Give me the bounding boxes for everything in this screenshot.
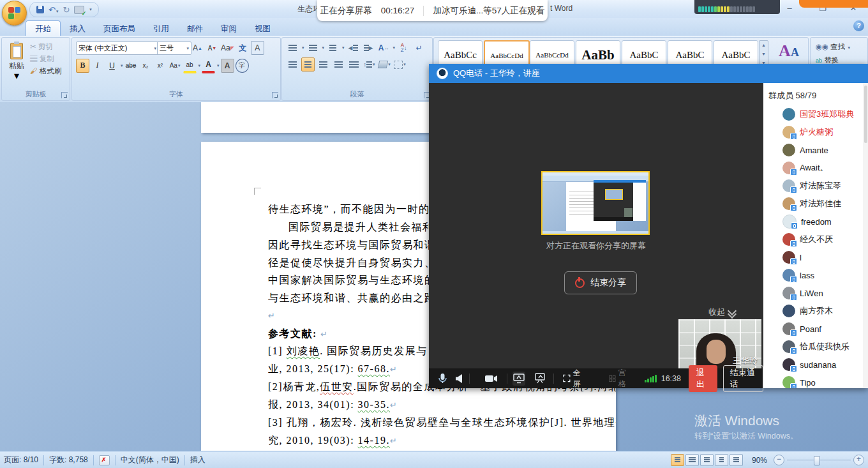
pinyin-guide-button[interactable]: 文	[236, 41, 250, 55]
zoom-slider-thumb[interactable]	[814, 456, 820, 465]
view-print-layout-button[interactable]	[671, 454, 684, 466]
dialog-launcher-icon[interactable]	[61, 92, 68, 98]
customize-qat-icon[interactable]: ▾	[89, 7, 92, 12]
superscript-button[interactable]: x²	[154, 59, 167, 73]
member-row[interactable]: freedom	[763, 213, 868, 230]
distribute-button[interactable]	[347, 57, 361, 72]
floating-tab-corner[interactable]	[799, 0, 868, 8]
speaker-icon[interactable]	[455, 374, 464, 384]
member-row[interactable]: l	[763, 248, 868, 266]
member-row[interactable]: Poanf	[763, 320, 868, 338]
underline-button[interactable]: U	[105, 59, 119, 73]
member-row[interactable]: 对法郑佳佳	[763, 195, 868, 213]
borders-button[interactable]: ▾	[393, 57, 407, 72]
line-spacing-button[interactable]: ↕▾	[363, 57, 376, 72]
tab-page-layout[interactable]: 页面布局	[94, 21, 144, 36]
screen-share-status-bar[interactable]: 正在分享屏幕 00:16:27 加冰可乐迪...等57人正在观看	[317, 0, 548, 21]
member-row[interactable]: LiWen	[763, 284, 868, 302]
member-row[interactable]: 对法陈宝琴	[763, 177, 868, 195]
view-draft-button[interactable]	[730, 454, 743, 466]
member-row[interactable]: 南方乔木	[763, 302, 868, 320]
microphone-icon[interactable]	[438, 373, 447, 384]
bold-button[interactable]: B	[76, 59, 89, 73]
video-thumbnail[interactable]: 王华玲	[678, 319, 761, 368]
member-row[interactable]: 恰瓜使我快乐	[763, 338, 868, 356]
format-painter-button[interactable]: 🖌︎ 格式刷	[30, 66, 61, 76]
zoom-out-button[interactable]: −	[774, 455, 784, 465]
camera-icon[interactable]	[485, 374, 498, 383]
numbering-button[interactable]	[306, 41, 320, 55]
input-level-widget[interactable]	[694, 0, 780, 14]
sort-button[interactable]: AZ↓	[397, 41, 410, 55]
fullscreen-button[interactable]: 全屏	[563, 368, 585, 389]
language-indicator[interactable]: 中文(简体，中国)	[121, 455, 179, 465]
bullets-button[interactable]	[286, 41, 299, 55]
font-size-select[interactable]: 三号▾	[157, 42, 191, 55]
tab-home[interactable]: 开始	[26, 20, 61, 36]
office-button[interactable]	[2, 1, 27, 26]
exit-button[interactable]: 退出	[689, 365, 717, 392]
font-color-button[interactable]: A	[202, 57, 215, 73]
align-left-button[interactable]	[286, 57, 299, 72]
subscript-button[interactable]: x₂	[139, 59, 153, 73]
collapse-button[interactable]: 收起	[708, 306, 735, 318]
end-call-button[interactable]: 结束通话	[723, 365, 763, 392]
member-row[interactable]: Tipo	[763, 374, 868, 388]
italic-button[interactable]: I	[91, 59, 104, 73]
cut-button[interactable]: ✂ 剪切	[30, 42, 53, 52]
member-row[interactable]: Amante	[763, 141, 868, 159]
highlight-button[interactable]: ab	[183, 57, 197, 73]
change-styles-button[interactable]: AA	[772, 42, 805, 61]
change-case-button[interactable]: Aa▾	[168, 59, 182, 73]
tab-mailings[interactable]: 邮件	[178, 21, 212, 36]
shading-button[interactable]: ▾	[378, 57, 391, 72]
member-row[interactable]: 国贸3班郑聪典	[763, 105, 868, 123]
shrink-font-button[interactable]: A▼	[206, 41, 219, 55]
tab-view[interactable]: 视图	[246, 21, 280, 36]
align-right-button[interactable]	[317, 57, 330, 72]
align-center-button[interactable]	[301, 57, 315, 72]
font-family-select[interactable]: 宋体 (中文正文)▾	[76, 42, 159, 55]
save-icon[interactable]	[36, 6, 44, 13]
decrease-indent-button[interactable]: ◀	[347, 41, 360, 55]
qq-title-bar[interactable]: QQ电话 - 王华玲，讲座	[429, 64, 868, 83]
zoom-slider[interactable]	[787, 455, 851, 465]
zoom-level[interactable]: 90%	[752, 456, 767, 465]
member-row[interactable]: 经久不厌	[763, 230, 868, 248]
find-button[interactable]: ◉◉ 查找 ▾	[816, 42, 850, 52]
character-shading-button[interactable]: A	[221, 59, 234, 73]
help-icon[interactable]: ?	[853, 20, 864, 31]
justify-button[interactable]	[332, 57, 345, 72]
spellcheck-icon[interactable]: ✗	[99, 455, 110, 465]
member-row[interactable]: sudanana	[763, 356, 868, 374]
member-row[interactable]: 炉火糖粥	[763, 123, 868, 141]
paste-button[interactable]: 粘贴 ▾	[6, 42, 27, 81]
word-count[interactable]: 字数: 8,758	[49, 455, 88, 465]
view-fullscreen-reading-button[interactable]	[685, 454, 699, 466]
member-row[interactable]: lass	[763, 266, 868, 284]
grid-view-button[interactable]: 宫格	[609, 368, 630, 389]
minimize-button[interactable]: –	[780, 3, 799, 14]
zoom-in-button[interactable]: +	[853, 455, 864, 465]
character-border-button[interactable]: A	[251, 41, 264, 55]
page-indicator[interactable]: 页面: 8/10	[4, 455, 38, 465]
dialog-launcher-icon[interactable]	[272, 92, 278, 98]
tab-review[interactable]: 审阅	[212, 21, 246, 36]
undo-icon[interactable]: ↶▾	[49, 6, 58, 14]
print-preview-icon[interactable]	[74, 6, 84, 14]
sidebar-scrollbar[interactable]	[863, 83, 868, 388]
member-row[interactable]: Await。	[763, 159, 868, 177]
asian-layout-button[interactable]: A↔	[377, 41, 391, 55]
whiteboard-icon[interactable]	[534, 373, 546, 384]
multilevel-list-button[interactable]	[326, 41, 340, 55]
clear-formatting-button[interactable]: Aa◤	[220, 41, 235, 55]
strikethrough-button[interactable]: abe	[124, 59, 138, 73]
end-share-button[interactable]: 结束分享	[564, 271, 637, 294]
tab-references[interactable]: 引用	[144, 21, 178, 36]
enclose-characters-button[interactable]: 字	[236, 59, 249, 73]
share-screen-icon[interactable]	[513, 372, 526, 386]
view-web-layout-button[interactable]	[700, 454, 714, 466]
grow-font-button[interactable]: A▲	[191, 41, 204, 55]
copy-button[interactable]: ▤ 复制	[30, 54, 54, 64]
insert-mode[interactable]: 插入	[190, 455, 206, 465]
